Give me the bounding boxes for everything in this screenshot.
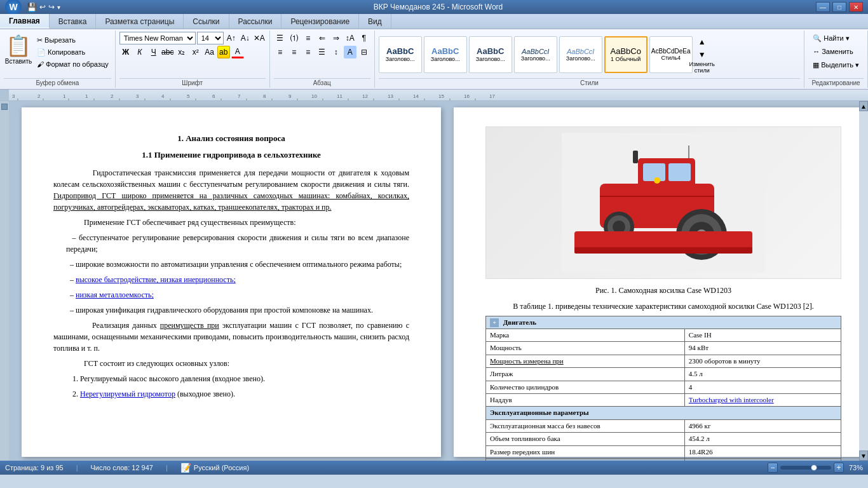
- quick-access-save[interactable]: 💾: [27, 3, 37, 12]
- italic-button[interactable]: К: [133, 46, 146, 58]
- cut-button[interactable]: ✂ Вырезать: [34, 34, 111, 46]
- table-row: Мощность измерена при 2300 оборотов в ми…: [486, 355, 841, 367]
- font-name-select[interactable]: Times New Roman: [119, 32, 196, 44]
- language-status: 📝 Русский (Россия): [180, 463, 249, 473]
- style-heading3[interactable]: AaBbC Заголово...: [469, 36, 512, 73]
- replace-button[interactable]: ↔ Заменить: [808, 45, 864, 58]
- decrease-indent-button[interactable]: ⇐: [316, 32, 329, 44]
- sort-button[interactable]: ↕A: [344, 32, 356, 44]
- row-value: 4.5 л: [684, 368, 841, 381]
- tab-insert[interactable]: Вставка: [50, 14, 97, 29]
- table-expand-icon[interactable]: +: [490, 318, 499, 327]
- numbering-button[interactable]: ⑴: [288, 32, 301, 44]
- quick-access-undo[interactable]: ↩: [39, 3, 46, 11]
- svg-text:1: 1: [85, 93, 88, 99]
- find-button[interactable]: 🔍 Найти ▾: [808, 32, 864, 44]
- grow-font-button[interactable]: A↑: [225, 32, 238, 44]
- align-center-button[interactable]: ≡: [288, 46, 301, 58]
- style-heading2[interactable]: AaBbC Заголово...: [424, 36, 467, 73]
- line-spacing-button[interactable]: ↕: [330, 46, 342, 58]
- font-size-select[interactable]: 14: [197, 32, 224, 44]
- window-title: ВКР Чемоданов 245 - Microsoft Word: [374, 3, 503, 11]
- styles-group: AaBbC Заголово... AaBbC Заголово... AaBb…: [375, 30, 804, 88]
- style-normal[interactable]: AaBbCo 1 Обычный: [604, 36, 648, 73]
- borders-button[interactable]: ⊟: [358, 46, 370, 58]
- close-button[interactable]: ✕: [849, 2, 863, 12]
- styles-gallery: AaBbC Заголово... AaBbC Заголово... AaBb…: [379, 32, 800, 77]
- paste-button[interactable]: 📋 Вставить: [4, 32, 33, 67]
- quick-access-dropdown[interactable]: ▾: [57, 4, 60, 11]
- page-status[interactable]: Страница: 9 из 95: [5, 464, 64, 471]
- styles-scroll-down[interactable]: ▼: [696, 48, 709, 61]
- clear-format-button[interactable]: ✕A: [253, 32, 266, 44]
- font-color-button[interactable]: A: [231, 46, 244, 58]
- left-panel-marker[interactable]: [1, 104, 8, 110]
- multilevel-list-button[interactable]: ≡: [302, 32, 315, 44]
- quick-access-redo[interactable]: ↪: [48, 3, 55, 11]
- title-bar-controls: — □ ✕: [816, 2, 863, 12]
- tab-home[interactable]: Главная: [0, 14, 50, 29]
- specs-table: + Двигатель Марка Case IH Мощность 94 кВ…: [485, 316, 841, 461]
- row-label: Размер передних шин: [486, 445, 685, 458]
- ribbon-tabs: Главная Вставка Разметка страницы Ссылки…: [0, 14, 868, 29]
- select-button[interactable]: ▦ Выделить ▾: [808, 58, 864, 71]
- scroll-up-button[interactable]: ▲: [859, 101, 868, 111]
- tab-page-layout[interactable]: Разметка страницы: [96, 14, 184, 29]
- office-button[interactable]: W: [5, 0, 22, 15]
- shrink-font-button[interactable]: A↓: [239, 32, 252, 44]
- increase-indent-button[interactable]: ⇒: [330, 32, 342, 44]
- zoom-level[interactable]: 73%: [849, 464, 863, 471]
- content-area: 1. Анализ состояния вопроса 1.1 Применен…: [0, 101, 868, 461]
- change-case-button[interactable]: Aa: [203, 46, 216, 58]
- table-row: Мощность 94 кВт: [486, 342, 841, 355]
- style-heading4[interactable]: AaBbCcI Заголово...: [514, 36, 557, 73]
- zoom-in-button[interactable]: +: [834, 463, 844, 473]
- table-row: Объем топливного бака 454.2 л: [486, 433, 841, 445]
- align-right-button[interactable]: ≡: [302, 46, 315, 58]
- ribbon: Главная Вставка Разметка страницы Ссылки…: [0, 14, 868, 90]
- chapter-heading: 1. Анализ состояния вопроса: [53, 133, 409, 144]
- align-left-button[interactable]: ≡: [274, 46, 287, 58]
- format-painter-button[interactable]: 🖌 Формат по образцу: [34, 58, 111, 70]
- highlight-button[interactable]: ab: [217, 46, 230, 58]
- tab-references[interactable]: Ссылки: [184, 14, 229, 29]
- svg-text:14: 14: [413, 93, 419, 99]
- style-style4[interactable]: AcBbCdDeEa Стиль4: [649, 36, 693, 73]
- para-list-2: 2. Нерегулируемый гидромотор (выходное з…: [53, 388, 409, 400]
- right-scrollbar: ▲ ▼: [859, 101, 868, 461]
- font-format-row: Ж К Ч abc x₂ x² Aa ab A: [119, 46, 266, 58]
- pages-container[interactable]: 1. Анализ состояния вопроса 1.1 Применен…: [9, 101, 859, 461]
- shading-button[interactable]: A: [344, 46, 356, 58]
- tab-review[interactable]: Рецензирование: [281, 14, 359, 29]
- maximize-button[interactable]: □: [832, 2, 846, 12]
- table-row: Марка Case IH: [486, 329, 841, 341]
- show-hide-button[interactable]: ¶: [358, 32, 370, 44]
- para-1: Гидростатическая трансмиссия применяется…: [53, 167, 409, 213]
- underline-button[interactable]: Ч: [147, 46, 160, 58]
- strikethrough-button[interactable]: abc: [161, 46, 174, 58]
- styles-scroll-up[interactable]: ▲: [696, 36, 709, 48]
- svg-text:11: 11: [337, 93, 342, 99]
- subscript-button[interactable]: x₂: [175, 46, 188, 58]
- change-styles-button[interactable]: Изменитьстили: [696, 61, 709, 74]
- zoom-out-button[interactable]: −: [768, 463, 778, 473]
- copy-button[interactable]: 📄 Копировать: [34, 46, 111, 58]
- zoom-slider[interactable]: [780, 466, 831, 470]
- style-heading5[interactable]: AaBbCcI Заголово...: [559, 36, 602, 73]
- scroll-down-button[interactable]: ▼: [859, 451, 868, 461]
- style-heading1[interactable]: AaBbC Заголово...: [379, 36, 422, 73]
- minimize-button[interactable]: —: [816, 2, 830, 12]
- bullets-button[interactable]: ☰: [274, 32, 287, 44]
- table-row: Размер задних шин 14Lx16.1, 8PR: [486, 458, 841, 461]
- tab-view[interactable]: Вид: [359, 14, 391, 29]
- para-3: Реализация данных преимуществ при эксплу…: [53, 320, 409, 354]
- zoom-thumb[interactable]: [811, 464, 817, 471]
- justify-button[interactable]: ☰: [316, 46, 329, 58]
- row-label: Размер задних шин: [486, 458, 685, 461]
- svg-text:15: 15: [438, 93, 444, 99]
- word-count-status[interactable]: Число слов: 12 947: [90, 464, 153, 471]
- bold-button[interactable]: Ж: [119, 46, 132, 58]
- superscript-button[interactable]: x²: [189, 46, 202, 58]
- row-value: 4: [684, 381, 841, 393]
- tab-mailings[interactable]: Рассылки: [229, 14, 282, 29]
